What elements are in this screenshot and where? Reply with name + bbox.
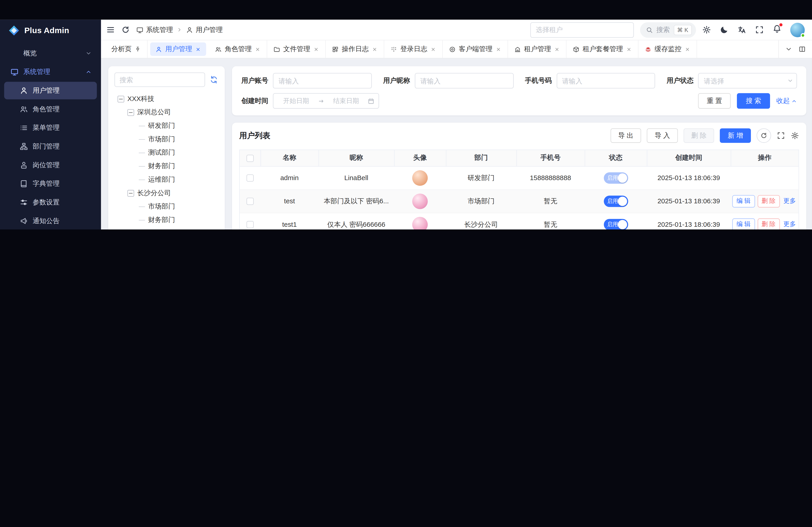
delete-button[interactable]: 删 除 — [683, 128, 714, 143]
tree-node-4[interactable]: 测试部门 — [114, 146, 218, 160]
sidebar-item-9[interactable]: 通知公告 — [4, 212, 97, 229]
table-columns-settings-icon[interactable] — [791, 132, 799, 140]
tree-expander-icon[interactable] — [117, 95, 124, 102]
export-button[interactable]: 导 出 — [610, 128, 641, 143]
search-button[interactable]: 搜 索 — [737, 93, 770, 109]
close-icon[interactable] — [372, 46, 377, 52]
account-input[interactable] — [273, 73, 372, 89]
select-all-checkbox[interactable] — [246, 155, 253, 162]
sidebar-item-3[interactable]: 角色管理 — [4, 100, 97, 118]
status-toggle[interactable]: 启用 — [604, 219, 628, 229]
status-toggle[interactable]: 启用 — [604, 195, 628, 207]
row-checkbox[interactable] — [247, 198, 254, 205]
status-toggle[interactable]: 启用 — [604, 172, 628, 183]
tree-node-8[interactable]: 市场部门 — [114, 200, 218, 213]
dark-mode-moon-icon[interactable] — [720, 25, 728, 34]
date-range-picker[interactable]: 开始日期 结束日期 — [273, 93, 379, 109]
tab-5[interactable]: 登录日志 — [385, 40, 443, 58]
cell-dept: 研发部门 — [446, 166, 516, 189]
close-icon[interactable] — [554, 46, 560, 52]
tree-node-9[interactable]: 财务部门 — [114, 213, 218, 227]
close-icon[interactable] — [313, 46, 319, 52]
sidebar-item-1[interactable]: 系统管理 — [4, 63, 97, 81]
tab-2[interactable]: 角色管理 — [209, 40, 267, 58]
tab-6[interactable]: 客户端管理 — [443, 40, 508, 58]
close-icon[interactable] — [495, 46, 501, 52]
params-icon — [20, 198, 28, 207]
nickname-input[interactable] — [415, 73, 513, 89]
sidebar-item-5[interactable]: 部门管理 — [4, 138, 97, 155]
tree-expander-icon[interactable] — [128, 109, 134, 116]
sidebar-item-6[interactable]: 岗位管理 — [4, 156, 97, 174]
table-fullscreen-icon[interactable] — [777, 132, 785, 140]
notification-bell[interactable] — [772, 24, 781, 35]
tab-8[interactable]: 租户套餐管理 — [567, 40, 639, 58]
status-select[interactable] — [698, 73, 797, 89]
cell-created: 2025-01-13 18:06:39 — [647, 213, 731, 230]
tree-expander-icon[interactable] — [128, 190, 134, 196]
cell-dept: 市场部门 — [446, 189, 516, 213]
close-icon[interactable] — [430, 46, 436, 52]
tab-7[interactable]: 租户管理 — [508, 40, 566, 58]
tree-refresh-icon[interactable] — [209, 75, 219, 84]
tenant-select-input[interactable] — [530, 22, 634, 37]
tree-node-0[interactable]: XXX科技 — [114, 92, 218, 106]
table-refresh-button[interactable] — [756, 128, 771, 143]
tree-node-3[interactable]: 市场部门 — [114, 133, 218, 146]
cell-phone: 暂无 — [516, 213, 585, 230]
breadcrumb-item-system[interactable]: 系统管理 — [136, 25, 173, 34]
more-row-button[interactable]: 更多 — [782, 195, 797, 207]
settings-gear-icon[interactable] — [702, 25, 711, 34]
user-table: 名称昵称头像部门手机号状态创建时间操作 admin LinaBell 研发部门 … — [240, 150, 798, 230]
close-icon[interactable] — [684, 46, 690, 52]
fullscreen-icon[interactable] — [755, 25, 764, 34]
header-actions — [702, 22, 805, 37]
collapse-filters-link[interactable]: 收起 — [777, 96, 797, 105]
add-button[interactable]: 新 增 — [720, 128, 751, 143]
tab-layout-icon[interactable] — [798, 46, 806, 53]
tab-1[interactable]: 用户管理 — [150, 42, 206, 56]
sidebar-item-2[interactable]: 用户管理 — [4, 82, 97, 100]
edit-row-button[interactable]: 编 辑 — [733, 218, 755, 230]
del-row-button[interactable]: 删 除 — [757, 218, 780, 230]
user-list-panel: 用户列表 导 出 导 入 删 除 新 增 — [232, 123, 806, 229]
row-checkbox[interactable] — [247, 175, 254, 182]
user-avatar[interactable] — [791, 22, 805, 37]
tree-node-2[interactable]: 研发部门 — [114, 119, 218, 133]
breadcrumb-item-user[interactable]: 用户管理 — [186, 25, 223, 34]
phone-input[interactable] — [556, 73, 655, 89]
refresh-page-icon[interactable] — [121, 25, 130, 34]
pin-icon[interactable] — [135, 46, 141, 52]
sidebar-item-0[interactable]: 概览 — [4, 44, 97, 62]
tab-list-dropdown-icon[interactable] — [785, 46, 792, 53]
close-icon[interactable] — [626, 46, 632, 52]
tree-node-7[interactable]: 长沙分公司 — [114, 186, 218, 200]
tree-node-6[interactable]: 运维部门 — [114, 173, 218, 186]
global-search[interactable]: 搜索 ⌘ K — [640, 22, 696, 37]
edit-row-button[interactable]: 编 辑 — [733, 195, 755, 207]
tree-node-5[interactable]: 财务部门 — [114, 160, 218, 173]
tab-9[interactable]: 缓存监控 — [639, 40, 697, 58]
close-icon[interactable] — [255, 46, 261, 52]
filter-panel: 用户账号 用户昵称 手机号码 — [232, 66, 806, 116]
row-checkbox[interactable] — [247, 221, 254, 228]
close-icon[interactable] — [195, 46, 201, 52]
import-button[interactable]: 导 入 — [647, 128, 678, 143]
sidebar-item-8[interactable]: 参数设置 — [4, 194, 97, 211]
logo-icon — [8, 25, 20, 36]
tree-search-input[interactable] — [114, 72, 205, 87]
language-translate-icon[interactable] — [737, 25, 746, 34]
refresh-icon — [760, 132, 767, 139]
tab-3[interactable]: 文件管理 — [267, 40, 326, 58]
tab-4[interactable]: 操作日志 — [326, 40, 384, 58]
tab-0[interactable]: 分析页 — [105, 40, 147, 58]
hamburger-menu-icon[interactable] — [106, 25, 115, 34]
sidebar-item-7[interactable]: 字典管理 — [4, 175, 97, 193]
tree-node-1[interactable]: 深圳总公司 — [114, 105, 218, 119]
grid-icon — [10, 49, 19, 58]
more-row-button[interactable]: 更多 — [782, 218, 797, 230]
sidebar-item-4[interactable]: 菜单管理 — [4, 119, 97, 137]
breadcrumb: 系统管理 用户管理 — [136, 25, 223, 34]
del-row-button[interactable]: 删 除 — [757, 195, 780, 207]
reset-button[interactable]: 重 置 — [698, 93, 731, 109]
